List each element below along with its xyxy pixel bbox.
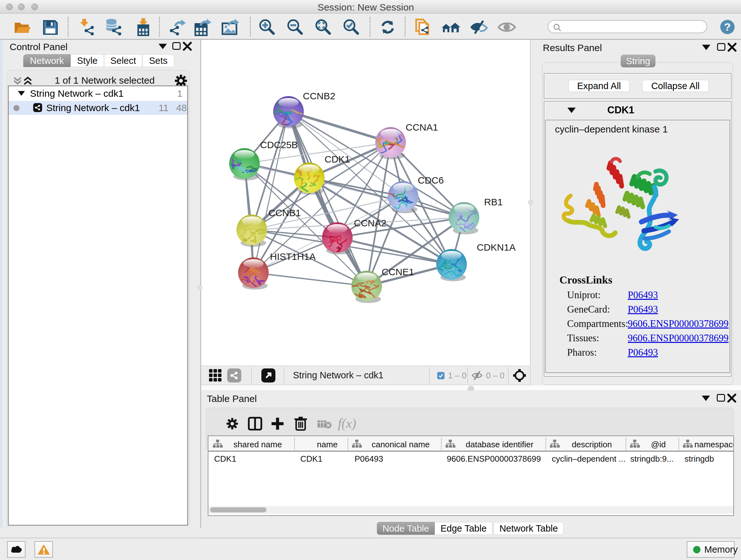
svg-text:CCNE1: CCNE1 (382, 266, 414, 277)
svg-text:CCNB1: CCNB1 (268, 207, 301, 218)
svg-text:CDKN1A: CDKN1A (477, 242, 516, 253)
svg-text:RB1: RB1 (484, 197, 502, 207)
svg-text:CDC25B: CDC25B (260, 139, 298, 150)
svg-text:CCNA2: CCNA2 (354, 218, 387, 228)
svg-text:HIST1H1A: HIST1H1A (270, 251, 316, 262)
svg-text:CCNA1: CCNA1 (406, 122, 438, 132)
svg-text:CCNB2: CCNB2 (303, 91, 335, 101)
svg-text:CDC6: CDC6 (418, 175, 444, 186)
svg-text:CDK1: CDK1 (325, 154, 350, 165)
